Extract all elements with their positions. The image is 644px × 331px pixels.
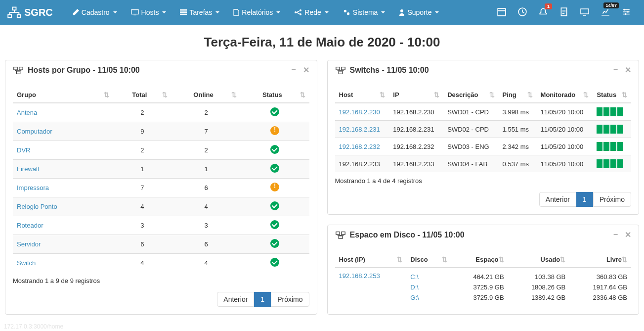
disk-link[interactable]: G:\ — [410, 294, 419, 301]
disk-link[interactable]: D:\ — [410, 284, 419, 291]
panel-hosts-grupo: Hosts por Grupo - 11/05 10:00 − ✕ Grupo⇅… — [5, 60, 317, 315]
grupo-link[interactable]: Firewall — [17, 165, 39, 173]
col-usado[interactable]: Usado⇅ — [508, 252, 570, 268]
sort-icon: ⇅ — [104, 91, 109, 98]
cell-ip: 192.168.2.232 — [389, 138, 443, 155]
grupo-link[interactable]: Servidor — [17, 240, 41, 248]
menu-hosts[interactable]: Hosts — [124, 1, 173, 24]
close-button[interactable]: ✕ — [303, 65, 309, 75]
cell-ip: 192.168.2.230 — [389, 103, 443, 121]
page-current[interactable]: 1 — [254, 292, 271, 307]
cell-desc: SWD04 - FAB — [443, 155, 498, 173]
table-row: 192.168.2.232192.168.2.232SWD03 - ENG2.3… — [335, 138, 632, 155]
icon-clock[interactable] — [512, 1, 533, 24]
page-prev[interactable]: Anterior — [217, 292, 254, 307]
col-grupo[interactable]: Grupo⇅ — [13, 87, 113, 103]
menu-tarefas[interactable]: Tarefas — [173, 1, 226, 24]
minimize-button[interactable]: − — [613, 230, 618, 239]
col-host[interactable]: Host⇅ — [335, 87, 389, 103]
desktop-icon — [131, 9, 139, 16]
status-ok-icon — [270, 145, 279, 154]
col-status[interactable]: Status⇅ — [593, 87, 631, 103]
cell-ip: 192.168.2.231 — [389, 121, 443, 138]
svg-rect-22 — [16, 71, 20, 74]
page-prev[interactable]: Anterior — [539, 192, 576, 207]
page-next[interactable]: Próximo — [593, 192, 631, 207]
menu-sistema[interactable]: Sistema — [336, 1, 392, 24]
col-disco[interactable]: Disco⇅ — [406, 252, 451, 268]
grupo-link[interactable]: Impressora — [17, 184, 49, 191]
col-hostip[interactable]: Host (IP)⇅ — [335, 252, 407, 268]
icon-chart[interactable]: 14/67 — [595, 1, 616, 24]
cell-online: 3 — [172, 216, 241, 235]
svg-rect-5 — [180, 11, 187, 13]
menu-cadastro[interactable]: Cadastro — [65, 1, 124, 24]
cell-grupo: Roteador — [13, 216, 113, 235]
svg-point-8 — [300, 9, 301, 11]
main-menu: Cadastro Hosts Tarefas Relatórios Rede S… — [65, 1, 491, 24]
status-ok-icon — [270, 239, 279, 248]
col-total[interactable]: Total⇅ — [113, 87, 172, 103]
disk-link[interactable]: C:\ — [410, 273, 419, 281]
svg-rect-16 — [581, 9, 589, 14]
grupo-link[interactable]: DVR — [17, 146, 30, 154]
cell-online: 4 — [172, 197, 241, 216]
grupo-link[interactable]: Roteador — [17, 222, 43, 229]
svg-rect-2 — [17, 15, 21, 18]
cell-ip: 192.168.2.233 — [389, 155, 443, 173]
cell-mon: 11/05/20 10:00 — [537, 155, 593, 173]
records-info: Mostrando 1 a 9 de 9 registros — [13, 272, 309, 289]
svg-point-9 — [300, 13, 301, 15]
host-link[interactable]: 192.168.2.230 — [339, 108, 380, 116]
cell-usado: 103.38 GB1808.26 GB1389.42 GB — [508, 268, 570, 307]
grupo-link[interactable]: Antena — [17, 109, 37, 116]
page-current[interactable]: 1 — [576, 192, 593, 207]
cell-online: 6 — [172, 235, 241, 254]
status-bars-icon — [597, 159, 627, 168]
grupo-link[interactable]: Switch — [17, 259, 36, 267]
minimize-button[interactable]: − — [291, 65, 296, 75]
cell-online: 6 — [172, 179, 241, 197]
cell-online: 4 — [172, 254, 241, 273]
close-button[interactable]: ✕ — [625, 230, 631, 239]
caret-icon — [162, 11, 166, 13]
page-next[interactable]: Próximo — [271, 292, 309, 307]
cell-desc: SWD01 - CPD — [443, 103, 498, 121]
col-desc[interactable]: Descrição⇅ — [443, 87, 498, 103]
cell-host: 192.168.2.231 — [335, 121, 389, 138]
table-row: 192.168.2.230192.168.2.230SWD01 - CPD3.9… — [335, 103, 632, 121]
icon-monitor[interactable] — [574, 1, 595, 24]
host-link[interactable]: 192.168.2.231 — [339, 126, 380, 133]
hosts-icon — [13, 66, 24, 75]
sliders-icon — [622, 7, 631, 16]
brand-logo[interactable]: SGRC — [7, 6, 53, 18]
icon-settings[interactable] — [616, 1, 637, 24]
calendar-icon — [497, 7, 506, 16]
col-ping[interactable]: Ping⇅ — [499, 87, 537, 103]
col-livre[interactable]: Livre⇅ — [569, 252, 631, 268]
minimize-button[interactable]: − — [613, 65, 618, 75]
menu-relatorios[interactable]: Relatórios — [226, 1, 287, 24]
icon-calendar[interactable] — [491, 1, 512, 24]
grupo-link[interactable]: Computador — [17, 128, 52, 135]
icon-bell[interactable]: 1 — [533, 1, 554, 24]
caret-icon — [215, 11, 219, 13]
caret-icon — [325, 11, 329, 13]
cell-ping: 1.551 ms — [499, 121, 537, 138]
icon-doc[interactable] — [554, 1, 574, 24]
menu-suporte[interactable]: Suporte — [392, 1, 446, 24]
col-online[interactable]: Online⇅ — [172, 87, 241, 103]
table-row: Computador97 — [13, 122, 309, 141]
status-bars-icon — [597, 107, 627, 116]
host-link[interactable]: 192.168.2.253 — [339, 272, 380, 280]
close-button[interactable]: ✕ — [625, 65, 631, 75]
col-status[interactable]: Status⇅ — [241, 87, 309, 103]
status-ok-icon — [270, 220, 279, 229]
col-espaco[interactable]: Espaço⇅ — [451, 252, 508, 268]
host-link[interactable]: 192.168.2.232 — [339, 143, 380, 150]
grupo-link[interactable]: Relogio Ponto — [17, 203, 57, 210]
col-ip[interactable]: IP⇅ — [389, 87, 443, 103]
menu-rede[interactable]: Rede — [287, 1, 335, 24]
cell-disco: C:\D:\G:\ — [406, 268, 451, 307]
col-mon[interactable]: Monitorado⇅ — [537, 87, 593, 103]
